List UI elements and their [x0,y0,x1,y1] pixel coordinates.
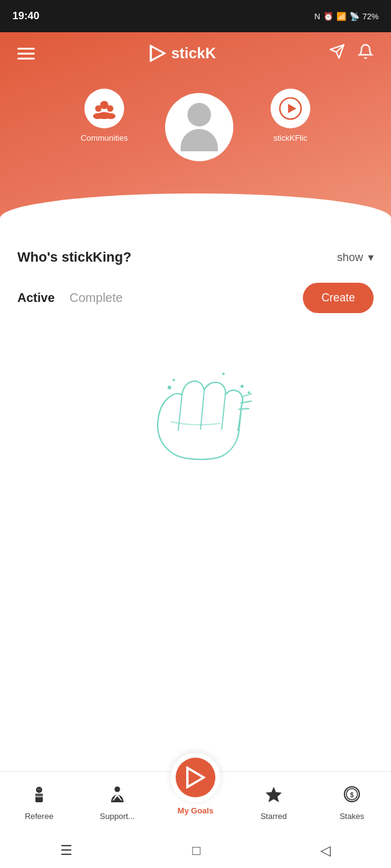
stakes-icon: $ [343,785,361,808]
header-actions [329,43,374,63]
stakes-label: Stakes [339,812,364,821]
system-nav: ☰ □ ◁ [0,833,391,868]
svg-point-4 [107,105,113,112]
status-time: 19:40 [12,10,39,22]
send-icon[interactable] [329,43,345,63]
create-button[interactable]: Create [303,283,374,313]
alarm-icon: ⏰ [323,12,333,21]
sys-menu-icon[interactable]: ☰ [60,843,73,859]
communities-icon-bg [84,89,124,128]
nav-item-stakes[interactable]: $ Stakes [313,785,391,821]
referee-label: Referee [25,812,53,821]
svg-point-13 [248,391,250,394]
svg-marker-23 [266,787,282,802]
svg-point-10 [168,386,171,389]
svg-point-20 [115,786,120,792]
svg-point-11 [173,379,175,381]
wifi-icon: 📶 [336,12,346,21]
communities-icon [92,97,116,120]
avatar-person [181,103,218,151]
bottom-nav: Referee Support... My Goals [0,771,391,833]
nav-item-mygoals[interactable]: My Goals [156,753,235,815]
communities-label: Communities [81,133,128,143]
app-name: stickK [171,45,216,62]
svg-text:$: $ [350,792,354,799]
svg-rect-19 [37,789,41,790]
logo-icon [148,44,166,63]
mygoals-center-btn [171,753,220,802]
support-label: Support... [100,812,135,821]
show-toggle[interactable]: show ▾ [337,250,374,264]
bell-icon[interactable] [357,43,374,63]
header-wave [0,193,391,231]
mygoals-icon-bg [176,758,215,797]
stickflic-icon-bg [271,89,310,128]
svg-rect-17 [35,794,43,797]
hamburger-menu-icon[interactable] [17,48,35,60]
header: stickK [0,32,391,231]
status-bar: 19:40 N ⏰ 📶 📡 72% [0,0,391,32]
nav-item-starred[interactable]: Starred [235,785,313,821]
show-label: show [337,251,363,264]
app-logo: stickK [148,44,216,63]
who-title: Who's stickKing? [17,249,132,265]
support-icon [108,785,127,808]
tabs-group: Active Complete [17,291,123,305]
nav-item-support[interactable]: Support... [78,785,156,821]
chevron-down-icon: ▾ [368,250,374,264]
stickflic-item[interactable]: stickKFlic [271,89,310,149]
stickflic-icon [279,97,302,120]
tabs-row: Active Complete Create [17,283,374,313]
status-icons: N ⏰ 📶 📡 72% [315,12,379,21]
communities-item[interactable]: Communities [81,89,128,149]
svg-marker-21 [187,768,204,787]
svg-point-14 [222,373,225,375]
mygoals-logo-icon [184,766,207,789]
battery-icon: 72% [362,12,379,21]
svg-marker-9 [288,104,296,113]
main-content: Who's stickKing? show ▾ Active Complete … [0,231,391,480]
nav-item-referee[interactable]: Referee [0,785,78,821]
hand-illustration [127,350,264,480]
mygoals-label: My Goals [178,806,213,815]
profile-area: Communities stickKFlic [0,74,391,149]
profile-avatar[interactable] [165,93,233,161]
starred-icon [264,785,283,808]
sys-home-icon[interactable]: □ [192,843,200,859]
svg-point-7 [106,113,115,120]
profile-center [165,93,233,161]
header-top: stickK [0,32,391,74]
starred-label: Starred [261,812,287,821]
sys-back-icon[interactable]: ◁ [320,843,331,859]
svg-point-6 [93,113,102,120]
avatar-body [181,129,218,151]
avatar-head [187,103,211,126]
svg-point-3 [95,105,101,112]
stickflic-label: stickKFlic [273,133,307,143]
illustration-area [17,326,374,480]
tab-complete[interactable]: Complete [70,291,123,305]
who-section: Who's stickKing? show ▾ [17,249,374,265]
referee-icon [30,785,48,808]
svg-point-12 [241,385,244,388]
signal-icon: 📡 [349,12,359,21]
nfc-icon: N [315,12,320,21]
svg-marker-0 [151,46,164,61]
tab-active[interactable]: Active [17,291,55,305]
